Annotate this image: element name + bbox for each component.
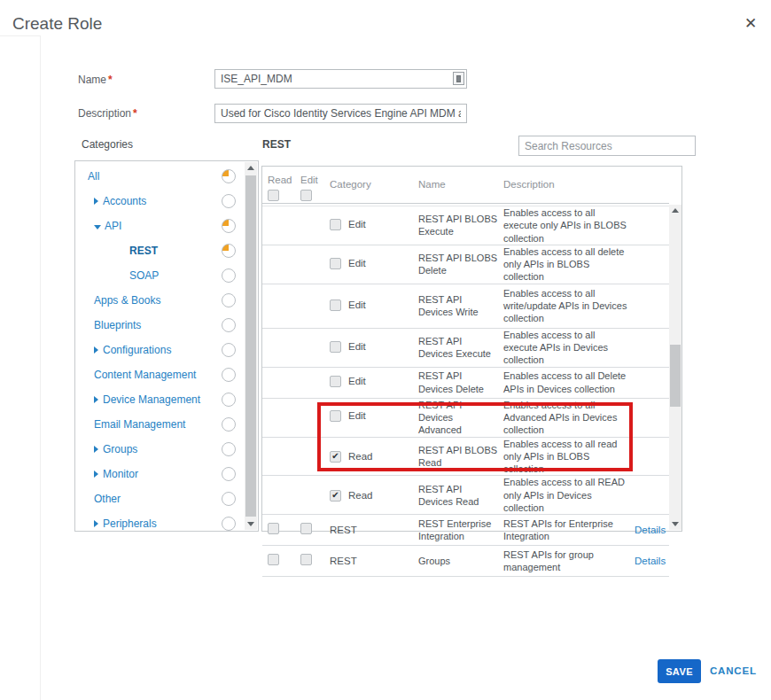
categories-panel: AllAccountsAPIRESTSOAPApps & BooksBluepr…	[74, 160, 259, 532]
edit-checkbox[interactable]	[330, 410, 341, 422]
search-field-wrap	[518, 136, 696, 156]
selection-indicator[interactable]	[222, 368, 236, 382]
table-row: EditREST API Devices AdvancedEnables acc…	[262, 399, 669, 438]
category-item-configurations[interactable]: Configurations	[75, 338, 258, 362]
page-title: Create Role	[12, 14, 102, 34]
partial-selection-indicator[interactable]	[222, 169, 236, 183]
scroll-down-icon[interactable]	[669, 517, 681, 530]
details-link[interactable]: Details	[635, 556, 666, 566]
edit-all-checkbox[interactable]	[300, 190, 312, 201]
name-label: Name*	[78, 74, 113, 86]
resource-category: REST	[330, 556, 357, 566]
selection-indicator[interactable]	[222, 318, 236, 332]
resource-description: Enables access to all Delete APIs in Dev…	[498, 369, 629, 395]
edit-checkbox[interactable]	[300, 523, 312, 534]
selection-indicator[interactable]	[222, 268, 236, 283]
resource-category: REST	[330, 525, 357, 535]
chevron-right-icon	[94, 198, 98, 205]
read-column-header: Read	[262, 167, 295, 203]
categories-scrollbar[interactable]	[245, 162, 257, 530]
table-scrollbar[interactable]	[669, 205, 681, 530]
permission-label: Edit	[348, 409, 366, 423]
edit-checkbox[interactable]	[330, 258, 341, 269]
categories-list: AllAccountsAPIRESTSOAPApps & BooksBluepr…	[75, 161, 258, 532]
partial-selection-indicator[interactable]	[222, 219, 236, 233]
resources-table: Read Edit Category Name Description Edit…	[261, 166, 682, 532]
resource-description: Enables access to all Advanced APIs in D…	[498, 399, 629, 437]
close-icon[interactable]: ✕	[741, 14, 760, 33]
resource-name: REST Enterprise Integration	[413, 517, 498, 543]
description-field-wrap	[214, 104, 467, 123]
details-link[interactable]: Details	[635, 525, 666, 535]
selection-indicator[interactable]	[222, 194, 236, 208]
resource-name: REST API Devices Write	[413, 293, 498, 319]
edit-checkbox[interactable]	[330, 299, 341, 311]
category-item-peripherals[interactable]: Peripherals	[75, 511, 258, 532]
chevron-right-icon	[94, 446, 98, 453]
save-button[interactable]: SAVE	[658, 659, 701, 683]
edit-checkbox[interactable]	[300, 554, 312, 565]
read-all-checkbox[interactable]	[268, 190, 279, 201]
search-resources-input[interactable]	[518, 136, 696, 156]
category-item-rest[interactable]: REST	[75, 238, 258, 263]
category-item-all[interactable]: All	[75, 164, 258, 189]
table-row: EditREST API Devices ExecuteEnables acce…	[262, 329, 669, 368]
edit-checkbox[interactable]	[330, 376, 341, 387]
selection-indicator[interactable]	[222, 492, 236, 506]
category-label: Other	[94, 493, 121, 505]
resource-description: Enables access to all delete only APIs i…	[498, 245, 629, 284]
resource-description: Enables access to all read only APIs in …	[498, 438, 629, 476]
name-input[interactable]	[214, 69, 467, 89]
resource-name: REST API Devices Read	[413, 483, 498, 509]
category-item-accounts[interactable]: Accounts	[75, 189, 258, 214]
table-header-row: Read Edit Category Name Description	[262, 167, 669, 204]
read-checkbox[interactable]	[268, 523, 279, 534]
selection-indicator[interactable]	[222, 417, 236, 432]
edit-checkbox[interactable]	[330, 341, 341, 353]
scroll-down-icon[interactable]	[245, 517, 257, 530]
rest-section-label: REST	[262, 138, 291, 151]
required-asterisk: *	[108, 74, 113, 86]
category-item-soap[interactable]: SOAP	[75, 263, 258, 288]
selection-indicator[interactable]	[222, 467, 236, 481]
scrollbar-thumb[interactable]	[670, 345, 681, 407]
category-item-email-management[interactable]: Email Management	[75, 412, 258, 437]
category-label: Monitor	[103, 468, 138, 480]
read-checkbox[interactable]: ✔	[330, 451, 341, 463]
scroll-up-icon[interactable]	[669, 205, 681, 217]
category-label: REST	[129, 245, 158, 257]
category-label: Peripherals	[103, 517, 157, 530]
selection-indicator[interactable]	[222, 293, 236, 307]
read-checkbox[interactable]: ✔	[330, 490, 341, 502]
read-checkbox[interactable]	[268, 554, 279, 565]
chevron-down-icon	[94, 225, 101, 229]
resource-description: Enables access to all execute APIs in De…	[498, 329, 629, 367]
scrollbar-thumb[interactable]	[245, 175, 256, 517]
selection-indicator[interactable]	[222, 393, 236, 407]
partial-selection-indicator[interactable]	[222, 244, 236, 258]
edit-checkbox[interactable]	[330, 219, 341, 230]
category-item-apps-books[interactable]: Apps & Books	[75, 288, 258, 313]
category-item-monitor[interactable]: Monitor	[75, 462, 258, 486]
selection-indicator[interactable]	[222, 517, 236, 531]
categories-heading: Categories	[82, 138, 133, 151]
category-item-api[interactable]: API	[75, 214, 258, 238]
resource-description: REST APIs for group management	[498, 548, 629, 574]
category-item-groups[interactable]: Groups	[75, 437, 258, 462]
scroll-up-icon[interactable]	[245, 162, 257, 175]
chevron-right-icon	[94, 346, 98, 354]
selection-indicator[interactable]	[222, 442, 236, 456]
selection-indicator[interactable]	[222, 343, 236, 357]
resource-description: Enables access to all execute only APIs …	[498, 206, 629, 245]
category-item-device-management[interactable]: Device Management	[75, 387, 258, 412]
category-item-content-management[interactable]: Content Management	[75, 362, 258, 387]
description-input[interactable]	[214, 104, 467, 123]
resource-name: REST API Devices Delete	[413, 369, 498, 395]
underlay-edge-top	[0, 35, 40, 36]
cancel-button[interactable]: CANCEL	[710, 665, 757, 676]
category-label: Groups	[103, 443, 137, 455]
description-label: Description*	[78, 107, 137, 120]
category-item-blueprints[interactable]: Blueprints	[75, 313, 258, 338]
table-row: ✔ReadREST API BLOBS ReadEnables access t…	[262, 438, 669, 477]
category-item-other[interactable]: Other	[75, 486, 258, 511]
